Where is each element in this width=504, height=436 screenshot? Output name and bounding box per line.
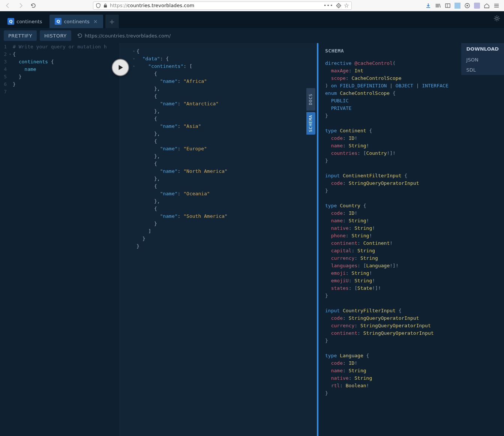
download-json[interactable]: JSON — [461, 55, 504, 65]
execute-button[interactable] — [112, 59, 129, 76]
playground-toolbar: PRETTIFY HISTORY https://countries.trevo… — [0, 28, 504, 43]
response-panel: DOCS SCHEMA ▾{▾ "data": {▾ "continents":… — [120, 43, 318, 436]
ext-icon-3[interactable] — [474, 3, 480, 9]
nav-forward-button[interactable] — [15, 0, 26, 11]
endpoint-text: https://countries.trevorblades.com/ — [85, 33, 171, 39]
query-icon: Q — [55, 18, 62, 25]
schema-panel: SCHEMA DOWNLOAD JSON SDL directive @cach… — [318, 43, 504, 436]
ext-icon-1[interactable] — [454, 3, 460, 9]
endpoint-input[interactable]: https://countries.trevorblades.com/ — [74, 30, 262, 41]
close-icon[interactable]: × — [92, 18, 98, 24]
browser-toolbar: https://countries.trevorblades.com ••• ☆ — [0, 0, 504, 11]
history-button[interactable]: HISTORY — [40, 30, 71, 41]
tab-1[interactable]: Q continents × — [50, 15, 103, 28]
prettify-button[interactable]: PRETTIFY — [4, 30, 37, 41]
docs-tab[interactable]: DOCS — [306, 88, 315, 111]
svg-point-5 — [466, 5, 468, 6]
url-text: https://countries.trevorblades.com — [110, 3, 194, 8]
downloads-icon[interactable] — [425, 3, 431, 9]
library-icon[interactable] — [435, 3, 441, 9]
reader-icon[interactable] — [336, 3, 342, 9]
query-icon: Q — [8, 18, 14, 25]
home-icon[interactable] — [484, 3, 490, 9]
tab-label: continents — [64, 19, 89, 24]
sidebar-icon[interactable] — [445, 3, 451, 9]
tabs-row: Q continents Q continents × + — [0, 11, 504, 28]
bookmark-icon[interactable]: ☆ — [344, 2, 349, 9]
nav-back-button[interactable] — [2, 0, 14, 11]
svg-rect-0 — [104, 5, 107, 7]
page-actions-icon[interactable]: ••• — [324, 3, 333, 8]
schema-body[interactable]: directive @cacheControl( maxAge: Int sco… — [318, 58, 504, 406]
tab-0[interactable]: Q continents — [2, 15, 47, 28]
svg-rect-2 — [446, 4, 450, 7]
query-editor[interactable]: 1# Write your query or mutation h2▾{3 co… — [0, 43, 120, 436]
graphql-playground: Q continents Q continents × + PRETTIFY H… — [0, 11, 504, 436]
schema-tab[interactable]: SCHEMA — [306, 112, 315, 135]
reload-button[interactable] — [28, 0, 39, 11]
lock-icon — [103, 3, 108, 8]
tab-label: continents — [16, 19, 42, 24]
svg-point-6 — [496, 17, 498, 19]
ext-icon-2[interactable] — [464, 3, 470, 9]
url-bar[interactable]: https://countries.trevorblades.com ••• ☆ — [93, 1, 352, 10]
download-sdl[interactable]: SDL — [461, 65, 504, 75]
hamburger-icon[interactable] — [494, 3, 500, 9]
settings-button[interactable] — [494, 15, 500, 22]
svg-point-1 — [338, 5, 339, 6]
download-menu: DOWNLOAD JSON SDL — [461, 43, 504, 75]
shield-icon — [96, 3, 101, 8]
workspace: 1# Write your query or mutation h2▾{3 co… — [0, 43, 504, 436]
new-tab-button[interactable]: + — [105, 15, 119, 28]
download-header[interactable]: DOWNLOAD — [461, 43, 504, 55]
